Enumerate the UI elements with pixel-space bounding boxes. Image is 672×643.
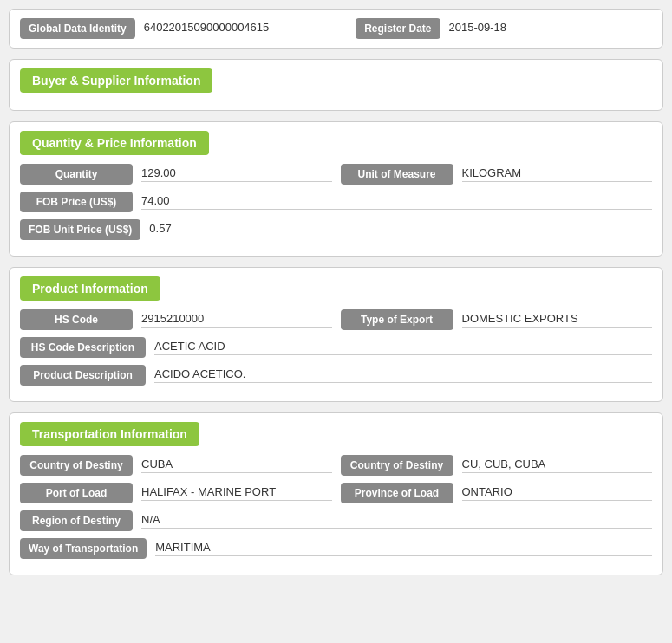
register-date-value: 2015-09-18	[449, 21, 652, 36]
quantity-price-header: Quantity & Price Information	[20, 131, 209, 155]
unit-of-measure-label: Unit of Measure	[341, 164, 453, 185]
product-desc-row: Product Description ACIDO ACETICO.	[20, 365, 652, 386]
port-of-load-label: Port of Load	[20, 483, 133, 503]
hs-code-value: 2915210000	[141, 312, 332, 328]
buyer-supplier-card: Buyer & Supplier Information	[9, 59, 663, 111]
province-of-load-value: ONTARIO	[462, 485, 653, 501]
quantity-price-card: Quantity & Price Information Quantity 12…	[9, 121, 663, 257]
quantity-label: Quantity	[20, 164, 133, 185]
global-data-card: Global Data Identity 6402201509000000461…	[9, 9, 663, 49]
fob-price-label: FOB Price (US$)	[20, 192, 133, 212]
fob-unit-price-label: FOB Unit Price (US$)	[20, 219, 140, 240]
quantity-row: Quantity 129.00 Unit of Measure KILOGRAM	[20, 164, 652, 185]
transportation-header: Transportation Information	[20, 422, 199, 446]
way-transportation-row: Way of Transportation MARITIMA	[20, 538, 652, 559]
hs-code-row: HS Code 2915210000 Type of Export DOMEST…	[20, 309, 652, 330]
global-data-identity-label: Global Data Identity	[20, 18, 135, 39]
region-destiny-label: Region of Destiny	[20, 510, 133, 531]
type-of-export-value: DOMESTIC EXPORTS	[462, 312, 653, 328]
product-header: Product Information	[20, 276, 160, 301]
country-destiny-row: Country of Destiny CUBA Country of Desti…	[20, 455, 652, 476]
global-data-identity-value: 64022015090000004615	[144, 21, 347, 36]
hs-code-label: HS Code	[20, 309, 133, 330]
product-card: Product Information HS Code 2915210000 T…	[9, 267, 663, 402]
transportation-card: Transportation Information Country of De…	[9, 412, 663, 575]
country-destiny-left-label: Country of Destiny	[20, 455, 133, 476]
hs-code-desc-value: ACETIC ACID	[154, 340, 652, 355]
port-of-load-row: Port of Load HALIFAX - MARINE PORT Provi…	[20, 483, 652, 503]
province-of-load-label: Province of Load	[341, 483, 453, 503]
port-of-load-value: HALIFAX - MARINE PORT	[141, 485, 332, 501]
way-transportation-label: Way of Transportation	[20, 538, 147, 559]
quantity-value: 129.00	[141, 166, 332, 182]
hs-code-desc-label: HS Code Description	[20, 337, 146, 358]
fob-price-row: FOB Price (US$) 74.00	[20, 192, 652, 212]
country-destiny-right-label: Country of Destiny	[341, 455, 453, 476]
fob-price-value: 74.00	[141, 194, 652, 210]
country-destiny-left-value: CUBA	[141, 458, 332, 473]
region-destiny-row: Region of Destiny N/A	[20, 510, 652, 531]
unit-of-measure-value: KILOGRAM	[462, 166, 653, 182]
product-desc-label: Product Description	[20, 365, 146, 386]
type-of-export-label: Type of Export	[341, 309, 453, 330]
register-date-label: Register Date	[356, 18, 440, 39]
fob-unit-price-row: FOB Unit Price (US$) 0.57	[20, 219, 652, 240]
buyer-supplier-header: Buyer & Supplier Information	[20, 68, 212, 93]
hs-code-desc-row: HS Code Description ACETIC ACID	[20, 337, 652, 358]
country-destiny-right-value: CU, CUB, CUBA	[462, 458, 653, 473]
way-transportation-value: MARITIMA	[155, 541, 652, 556]
region-destiny-value: N/A	[141, 513, 652, 529]
fob-unit-price-value: 0.57	[149, 222, 652, 237]
product-desc-value: ACIDO ACETICO.	[154, 367, 652, 383]
